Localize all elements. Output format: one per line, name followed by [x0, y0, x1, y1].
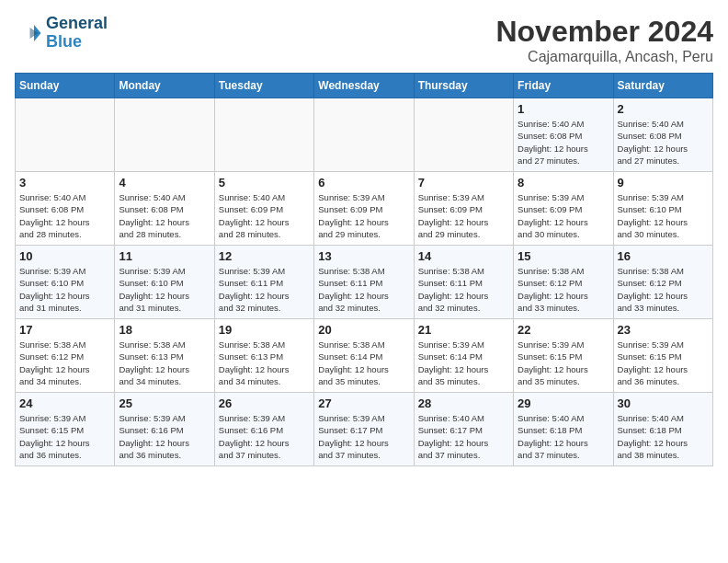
calendar-table: SundayMondayTuesdayWednesdayThursdayFrid…	[15, 73, 713, 466]
day-number: 29	[518, 396, 609, 410]
day-cell: 9Sunrise: 5:39 AMSunset: 6:10 PMDaylight…	[613, 172, 712, 246]
day-info: Sunrise: 5:39 AMSunset: 6:14 PMDaylight:…	[418, 339, 509, 387]
day-info: Sunrise: 5:38 AMSunset: 6:12 PMDaylight:…	[518, 265, 609, 314]
day-cell: 6Sunrise: 5:39 AMSunset: 6:09 PMDaylight…	[314, 172, 414, 246]
day-cell: 11Sunrise: 5:39 AMSunset: 6:10 PMDayligh…	[115, 246, 214, 319]
day-cell: 22Sunrise: 5:39 AMSunset: 6:15 PMDayligh…	[514, 319, 613, 393]
calendar-subtitle: Cajamarquilla, Ancash, Peru	[495, 49, 713, 65]
header-cell-sunday: Sunday	[16, 74, 115, 98]
day-cell	[214, 98, 313, 172]
day-number: 3	[19, 176, 110, 190]
header-cell-thursday: Thursday	[414, 74, 513, 98]
day-number: 11	[119, 249, 210, 263]
day-cell: 24Sunrise: 5:39 AMSunset: 6:15 PMDayligh…	[16, 393, 115, 466]
day-number: 4	[119, 176, 210, 190]
day-cell: 2Sunrise: 5:40 AMSunset: 6:08 PMDaylight…	[613, 98, 712, 172]
day-info: Sunrise: 5:38 AMSunset: 6:11 PMDaylight:…	[418, 265, 509, 314]
day-cell: 20Sunrise: 5:38 AMSunset: 6:14 PMDayligh…	[314, 319, 414, 393]
week-row-2: 3Sunrise: 5:40 AMSunset: 6:08 PMDaylight…	[16, 172, 713, 246]
day-number: 9	[618, 176, 709, 190]
day-number: 10	[19, 249, 110, 263]
day-cell: 13Sunrise: 5:38 AMSunset: 6:11 PMDayligh…	[314, 246, 414, 319]
day-info: Sunrise: 5:39 AMSunset: 6:10 PMDaylight:…	[19, 265, 110, 314]
day-cell: 17Sunrise: 5:38 AMSunset: 6:12 PMDayligh…	[16, 319, 115, 393]
day-cell: 23Sunrise: 5:39 AMSunset: 6:15 PMDayligh…	[613, 319, 712, 393]
week-row-1: 1Sunrise: 5:40 AMSunset: 6:08 PMDaylight…	[16, 98, 713, 172]
day-number: 21	[418, 323, 509, 337]
day-number: 28	[418, 396, 509, 410]
day-number: 7	[418, 176, 509, 190]
day-number: 6	[318, 176, 409, 190]
day-number: 16	[618, 249, 709, 263]
day-number: 8	[518, 176, 609, 190]
header-cell-saturday: Saturday	[613, 74, 712, 98]
day-number: 18	[119, 323, 210, 337]
day-number: 13	[318, 249, 409, 263]
day-number: 5	[219, 176, 310, 190]
day-number: 1	[518, 102, 609, 116]
header-cell-friday: Friday	[514, 74, 613, 98]
day-info: Sunrise: 5:38 AMSunset: 6:12 PMDaylight:…	[19, 339, 110, 387]
day-cell: 26Sunrise: 5:39 AMSunset: 6:16 PMDayligh…	[214, 393, 313, 466]
day-info: Sunrise: 5:38 AMSunset: 6:11 PMDaylight:…	[318, 265, 409, 314]
logo-text: General Blue	[46, 15, 108, 52]
day-cell: 19Sunrise: 5:38 AMSunset: 6:13 PMDayligh…	[214, 319, 313, 393]
day-info: Sunrise: 5:38 AMSunset: 6:12 PMDaylight:…	[618, 265, 709, 314]
title-area: November 2024 Cajamarquilla, Ancash, Per…	[495, 15, 713, 65]
day-cell: 4Sunrise: 5:40 AMSunset: 6:08 PMDaylight…	[115, 172, 214, 246]
day-cell: 29Sunrise: 5:40 AMSunset: 6:18 PMDayligh…	[514, 393, 613, 466]
day-info: Sunrise: 5:40 AMSunset: 6:18 PMDaylight:…	[618, 412, 709, 461]
header-cell-wednesday: Wednesday	[314, 74, 414, 98]
week-row-3: 10Sunrise: 5:39 AMSunset: 6:10 PMDayligh…	[16, 246, 713, 319]
day-number: 26	[219, 396, 310, 410]
day-number: 14	[418, 249, 509, 263]
day-cell: 12Sunrise: 5:39 AMSunset: 6:11 PMDayligh…	[214, 246, 313, 319]
day-cell: 7Sunrise: 5:39 AMSunset: 6:09 PMDaylight…	[414, 172, 513, 246]
day-info: Sunrise: 5:40 AMSunset: 6:08 PMDaylight:…	[19, 191, 110, 240]
day-cell: 8Sunrise: 5:39 AMSunset: 6:09 PMDaylight…	[514, 172, 613, 246]
day-number: 17	[19, 323, 110, 337]
day-cell: 14Sunrise: 5:38 AMSunset: 6:11 PMDayligh…	[414, 246, 513, 319]
day-cell: 15Sunrise: 5:38 AMSunset: 6:12 PMDayligh…	[514, 246, 613, 319]
day-number: 20	[318, 323, 409, 337]
day-info: Sunrise: 5:40 AMSunset: 6:09 PMDaylight:…	[219, 191, 310, 240]
week-row-5: 24Sunrise: 5:39 AMSunset: 6:15 PMDayligh…	[16, 393, 713, 466]
day-info: Sunrise: 5:38 AMSunset: 6:14 PMDaylight:…	[318, 339, 409, 387]
day-info: Sunrise: 5:39 AMSunset: 6:11 PMDaylight:…	[219, 265, 310, 314]
day-cell: 30Sunrise: 5:40 AMSunset: 6:18 PMDayligh…	[613, 393, 712, 466]
day-cell: 21Sunrise: 5:39 AMSunset: 6:14 PMDayligh…	[414, 319, 513, 393]
header-cell-monday: Monday	[115, 74, 214, 98]
day-cell: 18Sunrise: 5:38 AMSunset: 6:13 PMDayligh…	[115, 319, 214, 393]
day-info: Sunrise: 5:39 AMSunset: 6:09 PMDaylight:…	[518, 191, 609, 240]
day-info: Sunrise: 5:40 AMSunset: 6:18 PMDaylight:…	[518, 412, 609, 461]
day-info: Sunrise: 5:40 AMSunset: 6:17 PMDaylight:…	[418, 412, 509, 461]
day-info: Sunrise: 5:40 AMSunset: 6:08 PMDaylight:…	[119, 191, 210, 240]
day-number: 24	[19, 396, 110, 410]
day-number: 19	[219, 323, 310, 337]
day-info: Sunrise: 5:40 AMSunset: 6:08 PMDaylight:…	[518, 118, 609, 167]
day-info: Sunrise: 5:39 AMSunset: 6:15 PMDaylight:…	[618, 339, 709, 387]
logo-icon	[15, 19, 42, 47]
day-cell	[414, 98, 513, 172]
day-cell: 28Sunrise: 5:40 AMSunset: 6:17 PMDayligh…	[414, 393, 513, 466]
day-info: Sunrise: 5:39 AMSunset: 6:09 PMDaylight:…	[318, 191, 409, 240]
day-cell: 27Sunrise: 5:39 AMSunset: 6:17 PMDayligh…	[314, 393, 414, 466]
header-cell-tuesday: Tuesday	[214, 74, 313, 98]
day-number: 25	[119, 396, 210, 410]
day-number: 15	[518, 249, 609, 263]
day-cell: 1Sunrise: 5:40 AMSunset: 6:08 PMDaylight…	[514, 98, 613, 172]
day-info: Sunrise: 5:39 AMSunset: 6:17 PMDaylight:…	[318, 412, 409, 461]
day-cell	[16, 98, 115, 172]
day-info: Sunrise: 5:38 AMSunset: 6:13 PMDaylight:…	[219, 339, 310, 387]
day-number: 30	[618, 396, 709, 410]
week-row-4: 17Sunrise: 5:38 AMSunset: 6:12 PMDayligh…	[16, 319, 713, 393]
day-info: Sunrise: 5:39 AMSunset: 6:10 PMDaylight:…	[119, 265, 210, 314]
day-number: 22	[518, 323, 609, 337]
header: General Blue November 2024 Cajamarquilla…	[15, 15, 713, 65]
day-info: Sunrise: 5:39 AMSunset: 6:15 PMDaylight:…	[19, 412, 110, 461]
day-cell	[314, 98, 414, 172]
day-cell	[115, 98, 214, 172]
day-info: Sunrise: 5:40 AMSunset: 6:08 PMDaylight:…	[618, 118, 709, 167]
day-cell: 3Sunrise: 5:40 AMSunset: 6:08 PMDaylight…	[16, 172, 115, 246]
day-info: Sunrise: 5:39 AMSunset: 6:15 PMDaylight:…	[518, 339, 609, 387]
